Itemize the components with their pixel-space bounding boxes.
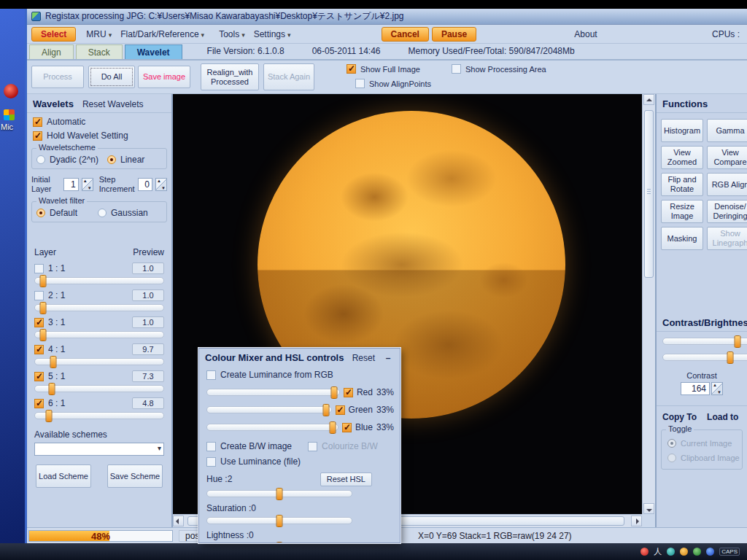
automatic-checkbox[interactable]	[33, 117, 42, 127]
show-processing-area-checkbox[interactable]	[452, 64, 461, 74]
menu-tools[interactable]: Tools	[214, 28, 249, 41]
colour-mixer-reset-button[interactable]: Reset	[352, 353, 375, 363]
layer-3-preview-value[interactable]: 1.0	[132, 316, 164, 328]
clipboard-image-radio[interactable]	[667, 454, 676, 462]
show-linegraph-button[interactable]: Show Linegraph	[707, 227, 747, 250]
brightness-slider-2-handle[interactable]	[727, 351, 734, 364]
default-filter-radio[interactable]	[36, 209, 45, 217]
save-scheme-button[interactable]: Save Scheme	[107, 464, 163, 488]
tray-icon-blue-help[interactable]	[706, 548, 714, 556]
layer-4-slider[interactable]	[34, 358, 164, 365]
flip-rotate-button[interactable]: Flip and Rotate	[661, 173, 703, 196]
step-increment-value[interactable]: 0	[138, 178, 152, 191]
layer-3-checkbox[interactable]	[34, 318, 44, 327]
resize-image-button[interactable]: Resize Image	[661, 200, 703, 223]
layer-3-slider[interactable]	[34, 331, 164, 338]
green-slider-handle[interactable]	[322, 404, 329, 416]
desktop-icon-flower[interactable]	[4, 84, 18, 98]
initial-layer-value[interactable]: 1	[63, 178, 78, 191]
tray-icon-person[interactable]: 人	[654, 546, 662, 557]
initial-layer-stepper[interactable]	[82, 178, 93, 191]
layer-6-slider[interactable]	[34, 412, 164, 419]
vertical-scrollbar[interactable]	[642, 94, 655, 514]
layer-6-preview-value[interactable]: 4.8	[132, 397, 164, 409]
hue-slider[interactable]	[206, 490, 352, 497]
green-checkbox[interactable]	[336, 405, 345, 415]
colourize-bw-checkbox[interactable]	[308, 442, 317, 451]
layer-1-slider-handle[interactable]	[39, 275, 46, 287]
layer-3-option[interactable]: 3 : 1	[34, 317, 65, 327]
create-luminance-option[interactable]: Create Luminance from RGB	[199, 365, 400, 380]
create-bw-checkbox[interactable]	[206, 442, 216, 451]
vertical-scroll-thumb[interactable]	[644, 110, 654, 278]
pause-button[interactable]: Pause	[432, 27, 476, 42]
contrast-value[interactable]: 164	[681, 382, 710, 395]
use-luminance-option[interactable]: Use Luminance (file)	[199, 451, 400, 467]
scroll-down-button[interactable]	[643, 503, 654, 514]
tab-align[interactable]: Align	[29, 44, 74, 59]
process-button[interactable]: Process	[31, 66, 84, 88]
layer-1-checkbox[interactable]	[34, 264, 44, 273]
realign-with-processed-button[interactable]: Realign_with Processed	[201, 63, 259, 90]
hue-slider-handle[interactable]	[276, 488, 283, 500]
rgb-align-button[interactable]: RGB Align	[707, 173, 747, 196]
layer-2-slider[interactable]	[34, 304, 164, 311]
title-bar[interactable]: Registax processing JPG: C:¥Users¥Misao …	[27, 9, 747, 25]
automatic-option[interactable]: Automatic	[27, 113, 171, 127]
histogram-button[interactable]: Histogram	[661, 119, 703, 142]
minimize-icon[interactable]: –	[382, 353, 394, 363]
red-checkbox[interactable]	[344, 388, 353, 397]
use-luminance-checkbox[interactable]	[206, 457, 216, 467]
tab-stack[interactable]: Stack	[76, 44, 123, 59]
hold-wavelet-option[interactable]: Hold Wavelet Setting	[27, 127, 171, 141]
tray-icon-teal[interactable]	[667, 548, 675, 556]
dyadic-radio[interactable]	[36, 155, 45, 164]
layer-5-preview-value[interactable]: 7.3	[132, 370, 164, 382]
load-scheme-button[interactable]: Load Scheme	[36, 464, 91, 488]
contrast-stepper[interactable]	[711, 382, 723, 395]
select-button[interactable]: Select	[31, 27, 76, 42]
layer-5-slider[interactable]	[34, 385, 164, 392]
scroll-left-button[interactable]	[173, 516, 184, 526]
step-increment-stepper[interactable]	[155, 178, 167, 191]
red-slider[interactable]	[206, 389, 340, 396]
layer-4-slider-handle[interactable]	[50, 356, 56, 368]
layer-3-slider-handle[interactable]	[39, 329, 46, 341]
copy-to-button[interactable]: Copy To	[662, 412, 697, 422]
cancel-button[interactable]: Cancel	[382, 27, 429, 42]
show-alignpoints-checkbox[interactable]	[355, 79, 365, 88]
green-slider[interactable]	[206, 406, 332, 413]
layer-2-slider-handle[interactable]	[39, 302, 46, 314]
blue-checkbox[interactable]	[342, 423, 352, 432]
blue-slider[interactable]	[206, 424, 338, 431]
clipboard-image-option[interactable]: Clipboard Image	[666, 451, 738, 465]
layer-4-checkbox[interactable]	[34, 345, 44, 354]
tray-icon-green[interactable]	[693, 548, 701, 556]
layer-4-preview-value[interactable]: 9.7	[132, 343, 164, 355]
linear-radio[interactable]	[107, 155, 116, 164]
schemes-combobox[interactable]	[34, 443, 164, 456]
create-bw-option[interactable]: Create B/W image	[206, 441, 292, 451]
colourize-bw-option[interactable]: Colourize B/W	[308, 441, 378, 451]
gaussian-filter-radio[interactable]	[98, 209, 107, 217]
brightness-slider-2[interactable]	[662, 354, 747, 361]
blue-slider-handle[interactable]	[329, 421, 336, 434]
menu-cpus[interactable]: CPUs :	[708, 28, 744, 41]
tray-icon-orange[interactable]	[680, 548, 688, 556]
show-full-image-option[interactable]: Show Full Image	[347, 64, 420, 74]
layer-2-preview-value[interactable]: 1.0	[132, 289, 164, 301]
brightness-slider[interactable]	[662, 338, 747, 345]
view-zoomed-button[interactable]: View Zoomed	[661, 146, 703, 169]
layer-2-checkbox[interactable]	[34, 291, 44, 300]
load-to-button[interactable]: Load to	[707, 412, 738, 422]
menu-mru[interactable]: MRU	[82, 28, 116, 41]
layer-1-preview-value[interactable]: 1.0	[132, 262, 164, 274]
current-image-option[interactable]: Current Image	[666, 436, 738, 451]
create-luminance-checkbox[interactable]	[206, 370, 216, 380]
masking-button[interactable]: Masking	[661, 227, 703, 250]
windows-logo-icon[interactable]	[4, 109, 15, 120]
layer-6-checkbox[interactable]	[34, 399, 44, 408]
layer-4-option[interactable]: 4 : 1	[34, 344, 65, 354]
show-full-image-checkbox[interactable]	[347, 64, 356, 74]
layer-5-checkbox[interactable]	[34, 372, 44, 381]
